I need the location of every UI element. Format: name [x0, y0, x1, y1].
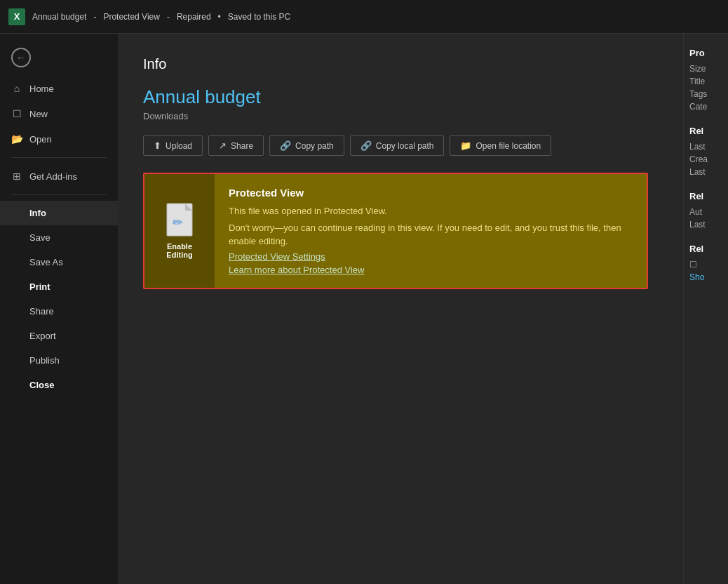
titlebar: X Annual budget - Protected View - Repai…: [0, 0, 728, 34]
copy-path-icon: 🔗: [280, 140, 291, 151]
right-panel: Pro Size Title Tags Cate Rel Last Crea L…: [683, 34, 728, 584]
action-buttons: ⬆ Upload ↗ Share 🔗 Copy path 🔗 Copy loca…: [143, 135, 658, 156]
sidebar-item-publish[interactable]: Publish: [0, 348, 118, 373]
sidebar-item-info[interactable]: Info: [0, 201, 118, 225]
sidebar-item-save-as[interactable]: Save As: [0, 250, 118, 274]
sidebar-item-export[interactable]: Export: [0, 324, 118, 348]
created-row: Crea: [689, 154, 722, 164]
sidebar-divider-2: [11, 194, 107, 195]
open-icon: 📂: [11, 133, 22, 145]
document-icon: ✏: [166, 203, 194, 237]
open-file-location-icon: 📁: [460, 140, 471, 151]
sidebar-item-get-add-ins[interactable]: ⊞ Get Add-ins: [0, 164, 118, 189]
upload-button[interactable]: ⬆ Upload: [143, 135, 203, 156]
sidebar-item-new[interactable]: ☐ New: [0, 101, 118, 126]
copy-local-path-button[interactable]: 🔗 Copy local path: [350, 135, 445, 156]
banner-line1: This file was opened in Protected View.: [229, 204, 633, 218]
open-file-location-button[interactable]: 📁 Open file location: [450, 135, 551, 156]
related-dates-section: Rel Last Crea Last: [689, 126, 722, 177]
sidebar-item-print[interactable]: Print: [0, 274, 118, 299]
copy-local-path-icon: 🔗: [360, 140, 372, 151]
file-name: Annual budget: [143, 86, 658, 108]
file-location: Downloads: [143, 111, 658, 121]
last-modified-row: Last: [689, 142, 722, 152]
related-people-heading: Rel: [689, 191, 722, 201]
main-content: Info Annual budget Downloads ⬆ Upload ↗ …: [118, 34, 683, 584]
banner-content: Protected View This file was opened in P…: [215, 174, 647, 288]
share-button[interactable]: ↗ Share: [208, 135, 264, 156]
size-row: Size: [689, 64, 722, 74]
author-row: Aut: [689, 207, 722, 217]
sidebar-item-open[interactable]: 📂 Open: [0, 126, 118, 152]
protected-view-settings-link[interactable]: Protected View Settings: [229, 251, 633, 262]
title-protected-view: Protected View: [103, 12, 160, 22]
app-body: ← ⌂ Home ☐ New 📂 Open ⊞ Get Add-ins Info…: [0, 34, 728, 584]
back-button[interactable]: ←: [0, 39, 118, 76]
doc-icon-row: ☐: [689, 260, 722, 270]
page-title: Info: [143, 56, 658, 72]
enable-editing-label: EnableEditing: [166, 242, 192, 259]
protected-view-banner: ✏ EnableEditing Protected View This file…: [143, 173, 648, 289]
banner-line2: Don't worry—you can continue reading in …: [229, 221, 633, 248]
related-docs-heading: Rel: [689, 244, 722, 254]
back-arrow-icon: ←: [11, 48, 31, 67]
title-separator2: -: [167, 12, 170, 22]
excel-app-icon: X: [8, 8, 25, 25]
properties-section: Pro Size Title Tags Cate: [689, 48, 722, 112]
title-file-name: Annual budget: [32, 12, 86, 22]
share-btn-icon: ↗: [219, 140, 227, 151]
title-row: Title: [689, 77, 722, 86]
properties-heading: Pro: [689, 48, 722, 58]
banner-title: Protected View: [229, 187, 633, 199]
related-docs-section: Rel ☐ Sho: [689, 244, 722, 282]
last-modified-by-row: Last: [689, 220, 722, 230]
title-save-status: Saved to this PC: [228, 12, 290, 22]
related-dates-heading: Rel: [689, 126, 722, 136]
sidebar-item-save[interactable]: Save: [0, 225, 118, 250]
learn-more-link[interactable]: Learn more about Protected View: [229, 265, 633, 275]
sidebar-divider: [11, 157, 107, 158]
add-ins-icon: ⊞: [11, 171, 22, 182]
related-people-section: Rel Aut Last: [689, 191, 722, 230]
sidebar: ← ⌂ Home ☐ New 📂 Open ⊞ Get Add-ins Info…: [0, 34, 118, 584]
upload-icon: ⬆: [154, 140, 161, 151]
title-separator1: -: [93, 12, 96, 22]
new-icon: ☐: [11, 108, 22, 119]
copy-path-button[interactable]: 🔗 Copy path: [269, 135, 344, 156]
categories-row: Cate: [689, 102, 722, 112]
sidebar-item-share[interactable]: Share: [0, 299, 118, 324]
svg-text:✏: ✏: [173, 215, 183, 230]
title-bullet: •: [218, 12, 221, 22]
banner-icon-area[interactable]: ✏ EnableEditing: [144, 174, 215, 288]
last-printed-row: Last: [689, 167, 722, 177]
sidebar-item-home[interactable]: ⌂ Home: [0, 76, 118, 101]
sidebar-item-close[interactable]: Close: [0, 373, 118, 397]
show-all-link[interactable]: Sho: [689, 272, 722, 282]
home-icon: ⌂: [11, 83, 22, 94]
tags-row: Tags: [689, 89, 722, 99]
title-repaired: Repaired: [177, 12, 211, 22]
